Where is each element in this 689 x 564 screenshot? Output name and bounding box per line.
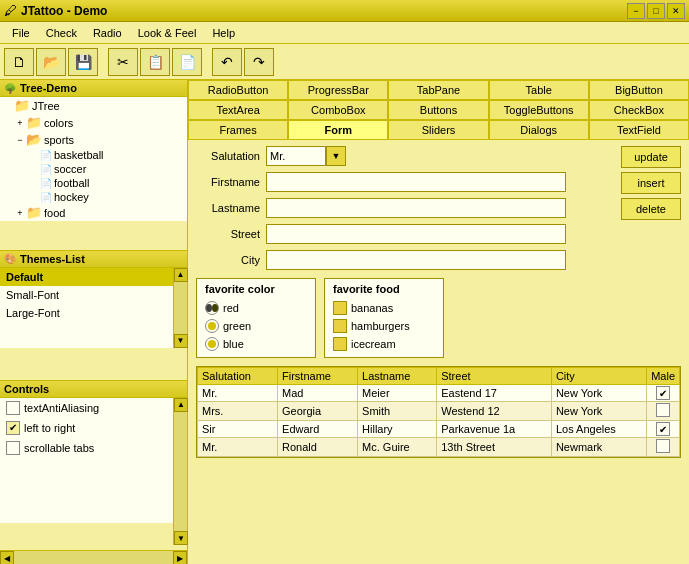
maximize-button[interactable]: □ <box>647 3 665 19</box>
toolbar-paste[interactable]: 📄 <box>172 48 202 76</box>
table-row[interactable]: Mr. Ronald Mc. Guire 13th Street Newmark <box>198 438 680 457</box>
col-male: Male <box>647 368 680 385</box>
tree-item-food[interactable]: + 📁 food <box>0 204 187 221</box>
menu-check[interactable]: Check <box>38 25 85 41</box>
theme-default[interactable]: Default <box>0 268 173 286</box>
theme-large-font[interactable]: Large-Font <box>0 304 173 322</box>
hscroll-right[interactable]: ▶ <box>173 551 187 564</box>
title-bar-icon: 🖊 <box>4 3 17 18</box>
radio-red[interactable]: red <box>205 299 307 317</box>
menu-file[interactable]: File <box>4 25 38 41</box>
salutation-dropdown-btn[interactable]: ▼ <box>326 146 346 166</box>
firstname-row: Firstname <box>196 172 681 192</box>
cell-male[interactable]: ✔ <box>647 385 680 402</box>
tab-rows: RadioButton ProgressBar TabPane Table Bi… <box>188 80 689 140</box>
male-checkbox[interactable] <box>656 439 670 453</box>
control-text-antialiasing[interactable]: textAntiAliasing <box>0 398 173 418</box>
title-bar-buttons: − □ ✕ <box>627 3 685 19</box>
checkbox-scrollable[interactable] <box>6 441 20 455</box>
control-scrollable-tabs[interactable]: scrollable tabs <box>0 438 173 458</box>
menu-radio[interactable]: Radio <box>85 25 130 41</box>
tab-bigbutton[interactable]: BigButton <box>589 80 689 100</box>
male-checkbox[interactable] <box>656 403 670 417</box>
tab-checkbox[interactable]: CheckBox <box>589 100 689 120</box>
tree-item-sports[interactable]: − 📂 sports <box>0 131 187 148</box>
table-row[interactable]: Mr. Mad Meier Eastend 17 New York ✔ <box>198 385 680 402</box>
toolbar-cut[interactable]: ✂ <box>108 48 138 76</box>
radio-blue[interactable]: blue <box>205 335 307 353</box>
expand-icon: + <box>14 118 26 128</box>
tab-combobox[interactable]: ComboBox <box>288 100 388 120</box>
controls-list-wrapper: textAntiAliasing ✔ left to right scrolla… <box>0 398 187 546</box>
data-table-wrapper: Salutation Firstname Lastname Street Cit… <box>196 366 681 458</box>
cell-male[interactable]: ✔ <box>647 421 680 438</box>
toolbar-open[interactable]: 📂 <box>36 48 66 76</box>
controls-scroll-down[interactable]: ▼ <box>174 531 188 545</box>
close-button[interactable]: ✕ <box>667 3 685 19</box>
update-button[interactable]: update <box>621 146 681 168</box>
tab-textarea[interactable]: TextArea <box>188 100 288 120</box>
tab-dialogs[interactable]: Dialogs <box>489 120 589 140</box>
tree-item-soccer[interactable]: 📄 soccer <box>0 162 187 176</box>
tree-item-jtree[interactable]: 📁 JTree <box>0 97 187 114</box>
tab-table[interactable]: Table <box>489 80 589 100</box>
toolbar-save[interactable]: 💾 <box>68 48 98 76</box>
street-row: Street <box>196 224 681 244</box>
tab-sliders[interactable]: Sliders <box>388 120 488 140</box>
theme-small-font[interactable]: Small-Font <box>0 286 173 304</box>
title-bar: 🖊 JTattoo - Demo − □ ✕ <box>0 0 689 22</box>
male-checkbox[interactable]: ✔ <box>656 422 670 436</box>
menu-look-and-feel[interactable]: Look & Feel <box>130 25 205 41</box>
tree-item-colors[interactable]: + 📁 colors <box>0 114 187 131</box>
delete-button[interactable]: delete <box>621 198 681 220</box>
control-left-to-right[interactable]: ✔ left to right <box>0 418 173 438</box>
themes-scroll-up[interactable]: ▲ <box>174 268 188 282</box>
action-buttons: update insert delete <box>621 146 681 220</box>
file-icon: 📄 <box>40 164 52 175</box>
menu-help[interactable]: Help <box>204 25 243 41</box>
male-checkbox[interactable]: ✔ <box>656 386 670 400</box>
tab-progressbar[interactable]: ProgressBar <box>288 80 388 100</box>
lastname-input[interactable] <box>266 198 566 218</box>
tab-tabpane[interactable]: TabPane <box>388 80 488 100</box>
minimize-button[interactable]: − <box>627 3 645 19</box>
salutation-input[interactable] <box>266 146 326 166</box>
tree-item-basketball[interactable]: 📄 basketball <box>0 148 187 162</box>
tree-item-football[interactable]: 📄 football <box>0 176 187 190</box>
tab-textfield[interactable]: TextField <box>589 120 689 140</box>
themes-scroll-down[interactable]: ▼ <box>174 334 188 348</box>
toolbar-redo[interactable]: ↷ <box>244 48 274 76</box>
tree-item-hockey[interactable]: 📄 hockey <box>0 190 187 204</box>
controls-section: Controls textAntiAliasing ✔ left to righ… <box>0 381 187 551</box>
cell-male[interactable] <box>647 438 680 457</box>
street-input[interactable] <box>266 224 566 244</box>
radio-green[interactable]: green <box>205 317 307 335</box>
tab-buttons[interactable]: Buttons <box>388 100 488 120</box>
checkbox-antialiasing[interactable] <box>6 401 20 415</box>
food-icecream[interactable]: icecream <box>333 335 435 353</box>
controls-scroll-up[interactable]: ▲ <box>174 398 188 412</box>
hscroll-left[interactable]: ◀ <box>0 551 14 564</box>
themes-header: 🎨 Themes-List <box>0 251 187 268</box>
checkbox-ltr[interactable]: ✔ <box>6 421 20 435</box>
table-row[interactable]: Sir Edward Hillary Parkavenue 1a Los Ang… <box>198 421 680 438</box>
food-hamburgers[interactable]: hamburgers <box>333 317 435 335</box>
cell-male[interactable] <box>647 402 680 421</box>
food-bananas[interactable]: bananas <box>333 299 435 317</box>
toolbar-copy[interactable]: 📋 <box>140 48 170 76</box>
tab-frames[interactable]: Frames <box>188 120 288 140</box>
city-row: City <box>196 250 681 270</box>
tab-radiobutton[interactable]: RadioButton <box>188 80 288 100</box>
folder-icon: 📂 <box>26 132 42 147</box>
tab-togglebuttons[interactable]: ToggleButtons <box>489 100 589 120</box>
table-row[interactable]: Mrs. Georgia Smith Westend 12 New York <box>198 402 680 421</box>
insert-button[interactable]: insert <box>621 172 681 194</box>
tab-form[interactable]: Form <box>288 120 388 140</box>
city-input[interactable] <box>266 250 566 270</box>
firstname-input[interactable] <box>266 172 566 192</box>
themes-scrollbar: ▲ ▼ <box>173 268 187 348</box>
cell-city: New York <box>551 402 646 421</box>
toolbar-undo[interactable]: ↶ <box>212 48 242 76</box>
hscroll-track <box>14 551 173 564</box>
toolbar-new[interactable]: 🗋 <box>4 48 34 76</box>
